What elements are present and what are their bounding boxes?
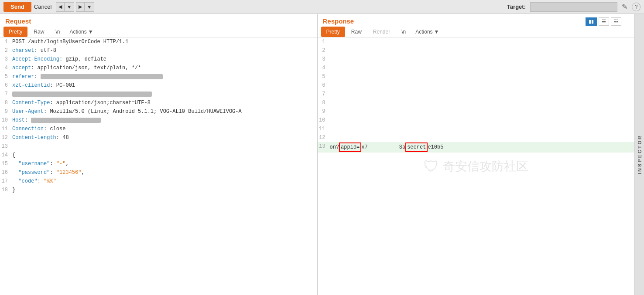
response-area-wrapper: 1 2 3 4 5 <box>318 37 635 295</box>
request-line-2: 2 charset: utf-8 <box>0 46 317 55</box>
response-line-10: 10 <box>318 116 635 125</box>
request-line-17: 17 "code": "%%" <box>0 177 317 186</box>
response-tabs-bar: Pretty Raw Render \n Actions ▼ <box>318 27 635 37</box>
request-tab-raw[interactable]: Raw <box>28 27 49 37</box>
toolbar-right: Target: ✎ ? <box>507 2 641 12</box>
response-tab-actions[interactable]: Actions ▼ <box>412 27 442 37</box>
secret-redbox: secret <box>405 142 428 152</box>
response-tab-newline[interactable]: \n <box>396 27 411 37</box>
view-icon-grid-button[interactable]: ☷ <box>611 17 621 26</box>
view-icon-list-button[interactable]: ☰ <box>599 17 609 26</box>
request-line-12: 12 Content-Length: 48 <box>0 133 317 142</box>
nav-back-group: ◀ ▼ <box>56 2 74 12</box>
request-line-13: 13 <box>0 142 317 151</box>
response-line-6: 6 <box>318 81 635 90</box>
request-line-11: 11 Connection: close <box>0 125 317 133</box>
response-line-9: 9 <box>318 107 635 116</box>
send-button[interactable]: Send <box>3 2 31 12</box>
request-line-18: 18 } <box>0 186 317 194</box>
response-line-1: 1 <box>318 37 635 46</box>
request-line-14: 14 { <box>0 151 317 159</box>
request-tab-newline[interactable]: \n <box>50 27 65 37</box>
nav-forward-group: ▶ ▼ <box>76 2 94 12</box>
nav-back-dropdown-button[interactable]: ▼ <box>65 2 74 12</box>
cancel-button[interactable]: Cancel <box>34 3 51 10</box>
response-line-12: 12 <box>318 133 635 142</box>
main-content: Request Pretty Raw \n Actions ▼ 1 POST /… <box>0 14 644 295</box>
nav-forward-button[interactable]: ▶ <box>76 2 85 12</box>
target-label: Target: <box>507 3 526 10</box>
actions-chevron-icon: ▼ <box>88 29 93 35</box>
response-actions-label: Actions <box>415 29 432 35</box>
target-input[interactable] <box>530 2 617 12</box>
response-code-area[interactable]: 1 2 3 4 5 <box>318 37 635 295</box>
request-line-3: 3 Accept-Encoding: gzip, deflate <box>0 55 317 64</box>
response-line-3: 3 <box>318 55 635 64</box>
request-line-7: 7 <box>0 90 317 98</box>
nav-forward-dropdown-button[interactable]: ▼ <box>85 2 94 12</box>
response-line-13: 13 on?appid=x7 Sasecrete10b5 <box>318 142 635 153</box>
inspector-sidebar: INSPECTOR <box>634 14 644 295</box>
response-actions-chevron-icon: ▼ <box>434 29 439 35</box>
view-icons: ▮▮ ☰ ☷ <box>586 17 621 26</box>
request-line-9: 9 User-Agent: Mozilla/5.0 (Linux; Androi… <box>0 107 317 116</box>
response-line-4: 4 <box>318 64 635 72</box>
inspector-label: INSPECTOR <box>637 135 642 174</box>
response-line-5: 5 <box>318 72 635 81</box>
request-tabs-bar: Pretty Raw \n Actions ▼ <box>0 27 317 37</box>
response-pane: Response ▮▮ ☰ ☷ Pretty Raw Render \n Act… <box>318 14 635 295</box>
request-line-4: 4 accept: application/json, text/plain, … <box>0 64 317 72</box>
request-line-15: 15 "username": "-", <box>0 159 317 168</box>
request-tab-actions[interactable]: Actions ▼ <box>66 27 96 37</box>
request-line-16: 16 "password": "123456", <box>0 168 317 177</box>
response-line-11: 11 <box>318 125 635 133</box>
response-tab-pretty[interactable]: Pretty <box>321 27 345 37</box>
actions-label: Actions <box>69 29 86 35</box>
edit-icon-button[interactable]: ✎ <box>622 3 627 11</box>
request-code-area[interactable]: 1 POST /auth/loginByUserOrCode HTTP/1.1 … <box>0 37 317 295</box>
nav-back-button[interactable]: ◀ <box>56 2 65 12</box>
request-line-6: 6 xzt-clientid: PC-001 <box>0 81 317 90</box>
request-title: Request <box>0 14 317 27</box>
help-icon-button[interactable]: ? <box>632 3 641 11</box>
request-tab-pretty[interactable]: Pretty <box>3 27 27 37</box>
response-tab-raw[interactable]: Raw <box>346 27 367 37</box>
request-line-8: 8 Content-Type: application/json;charset… <box>0 98 317 107</box>
response-title: Response <box>318 14 360 27</box>
request-line-5: 5 referer: <box>0 72 317 81</box>
response-tab-render[interactable]: Render <box>368 27 395 37</box>
response-line-8: 8 <box>318 98 635 107</box>
toolbar: Send Cancel ◀ ▼ ▶ ▼ Target: ✎ ? <box>0 0 644 14</box>
request-line-1: 1 POST /auth/loginByUserOrCode HTTP/1.1 <box>0 37 317 46</box>
request-line-10: 10 Host: <box>0 116 317 125</box>
response-line-2: 2 <box>318 46 635 55</box>
request-pane: Request Pretty Raw \n Actions ▼ 1 POST /… <box>0 14 318 295</box>
appid-redbox: appid= <box>339 142 361 152</box>
response-line-7: 7 <box>318 90 635 98</box>
view-icon-split-button[interactable]: ▮▮ <box>586 17 597 26</box>
